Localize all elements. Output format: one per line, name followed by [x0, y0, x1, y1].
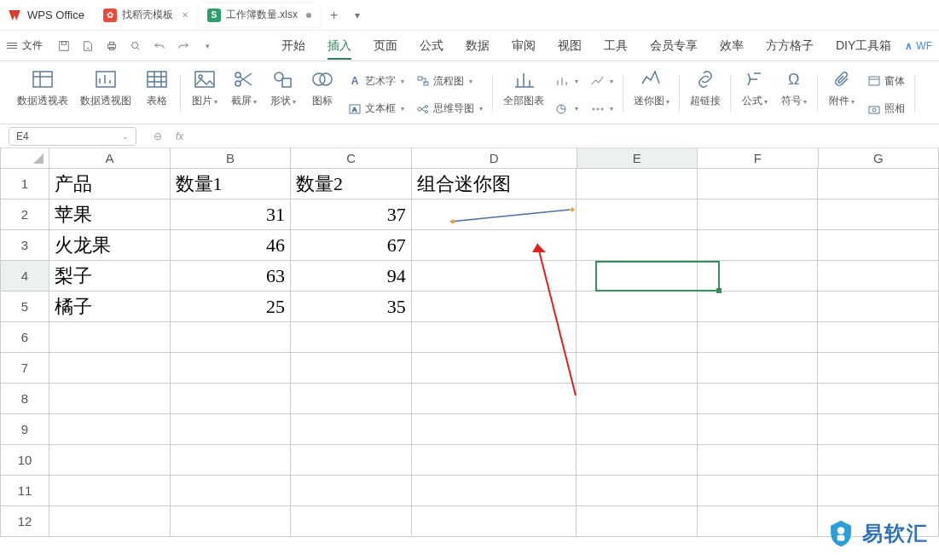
cell[interactable]	[698, 292, 819, 322]
cell[interactable]	[49, 414, 171, 445]
col-header[interactable]: A	[49, 148, 170, 169]
cell[interactable]	[818, 261, 939, 292]
tab-view[interactable]: 视图	[558, 33, 582, 59]
pie-chart-icon[interactable]	[556, 103, 570, 115]
cell[interactable]: 46	[171, 230, 292, 261]
cell[interactable]	[412, 199, 577, 230]
table-button[interactable]: 表格	[143, 68, 171, 122]
cell[interactable]	[291, 445, 412, 476]
tab-member[interactable]: 会员专享	[650, 33, 698, 59]
new-tab-button[interactable]: +	[322, 8, 346, 23]
cell[interactable]	[698, 414, 819, 445]
row-header[interactable]: 6	[0, 322, 49, 353]
cell[interactable]	[577, 230, 698, 261]
cell[interactable]	[291, 506, 412, 537]
cancel-icon[interactable]: ⊖	[154, 130, 169, 142]
wordart-button[interactable]: A艺术字▾	[348, 68, 404, 95]
row-header[interactable]: 3	[0, 230, 49, 261]
cell[interactable]	[412, 445, 577, 476]
pivot-table-button[interactable]: 数据透视表	[17, 68, 68, 122]
cell[interactable]	[171, 322, 292, 353]
cell[interactable]	[171, 476, 292, 506]
cell[interactable]	[577, 261, 698, 292]
spreadsheet-grid[interactable]: A B C D E F G 1产品数量1数量2组合迷你图2苹果31373火龙果4…	[0, 148, 939, 537]
tab-formula[interactable]: 公式	[420, 33, 443, 59]
cell[interactable]: 数量1	[171, 169, 292, 199]
hamburger-icon[interactable]	[7, 43, 17, 49]
cell[interactable]	[171, 353, 292, 384]
cell[interactable]: 63	[171, 261, 292, 292]
row-header[interactable]: 11	[0, 476, 49, 506]
pivot-chart-button[interactable]: 数据透视图	[80, 68, 131, 122]
col-header[interactable]: D	[412, 148, 577, 169]
textbox-button[interactable]: A文本框▾	[348, 96, 404, 123]
cell[interactable]	[412, 353, 577, 384]
cell[interactable]	[49, 476, 171, 506]
tab-start[interactable]: 开始	[281, 33, 305, 59]
cell[interactable]	[577, 353, 698, 384]
tab-review[interactable]: 审阅	[512, 33, 536, 59]
tab-data[interactable]: 数据	[466, 33, 490, 59]
cell[interactable]	[412, 322, 577, 353]
tab-ffgz[interactable]: 方方格子	[766, 33, 814, 59]
row-header[interactable]: 9	[0, 414, 49, 445]
cell[interactable]	[412, 384, 577, 414]
cell[interactable]: 梨子	[49, 261, 171, 292]
cell[interactable]: 67	[291, 230, 412, 261]
tab-tools[interactable]: 工具	[604, 33, 628, 59]
cell[interactable]: 25	[171, 292, 292, 322]
row-header[interactable]: 12	[0, 506, 49, 537]
cell[interactable]	[698, 445, 819, 476]
cell[interactable]	[698, 322, 819, 353]
chevron-down-icon[interactable]: ⌄	[122, 132, 129, 141]
picture-button[interactable]: 图片▾	[191, 68, 218, 122]
flowchart-button[interactable]: 流程图▾	[416, 68, 483, 95]
col-header[interactable]: G	[819, 148, 939, 169]
hyperlink-button[interactable]: 超链接	[690, 68, 721, 122]
cell[interactable]	[49, 506, 171, 537]
cell[interactable]	[698, 384, 819, 414]
cell[interactable]	[698, 169, 819, 199]
cell[interactable]	[818, 292, 939, 322]
row-header[interactable]: 8	[0, 384, 49, 414]
icons-button[interactable]: 图标	[309, 68, 336, 122]
preview-icon[interactable]	[128, 40, 143, 52]
cell[interactable]	[49, 384, 171, 414]
cell[interactable]	[291, 353, 412, 384]
wf-logo[interactable]: ∧WF	[905, 40, 932, 52]
cell[interactable]: 苹果	[49, 199, 171, 230]
name-box[interactable]: E4 ⌄	[9, 127, 136, 146]
cell[interactable]	[818, 414, 939, 445]
cell[interactable]	[818, 230, 939, 261]
cell[interactable]	[291, 322, 412, 353]
col-header[interactable]: C	[291, 148, 411, 169]
cell[interactable]	[171, 414, 292, 445]
shapes-button[interactable]: 形状▾	[270, 68, 297, 122]
row-header[interactable]: 5	[0, 292, 49, 322]
cell[interactable]	[818, 199, 939, 230]
bar-chart-icon[interactable]	[556, 75, 570, 87]
col-header[interactable]: F	[698, 148, 818, 169]
qat-dropdown-icon[interactable]: ▾	[200, 40, 215, 52]
cell[interactable]	[698, 476, 819, 506]
cell[interactable]	[698, 353, 819, 384]
cell[interactable]: 35	[291, 292, 412, 322]
cell[interactable]	[412, 292, 577, 322]
cell[interactable]	[171, 506, 292, 537]
print-icon[interactable]	[104, 40, 119, 52]
cell[interactable]	[291, 476, 412, 506]
tab-menu-button[interactable]: ▾	[346, 9, 368, 21]
cell[interactable]: 数量2	[291, 169, 412, 199]
mindmap-button[interactable]: 思维导图▾	[416, 96, 483, 123]
cell[interactable]	[577, 292, 698, 322]
cell[interactable]	[412, 414, 577, 445]
cell[interactable]	[412, 506, 577, 537]
fx-icon[interactable]: fx	[176, 130, 191, 142]
cell[interactable]	[818, 384, 939, 414]
sparkline-button[interactable]: 迷你图▾	[634, 68, 669, 122]
more-charts-icon[interactable]	[591, 103, 605, 115]
cell[interactable]	[577, 506, 698, 537]
cell[interactable]	[49, 445, 171, 476]
select-all-corner[interactable]	[0, 148, 49, 169]
cell[interactable]	[818, 353, 939, 384]
